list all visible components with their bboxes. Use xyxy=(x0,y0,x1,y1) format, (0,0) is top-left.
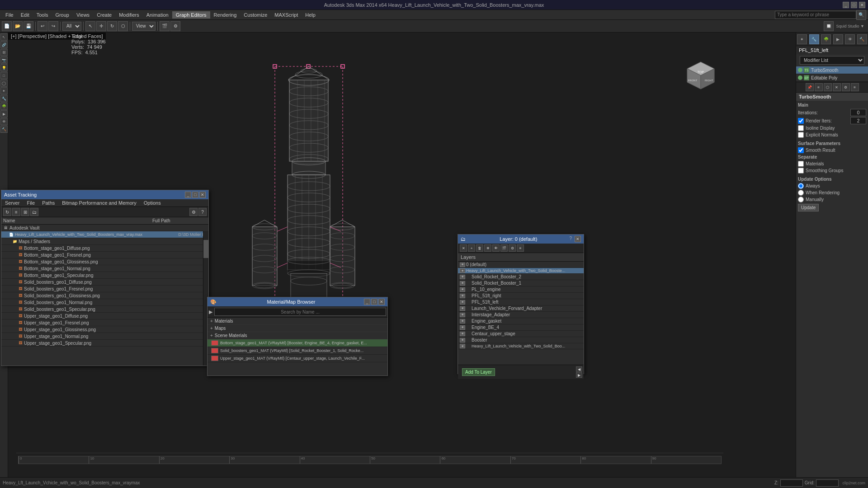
lt-light[interactable]: 💡 xyxy=(0,64,8,71)
eye-icon[interactable]: 👁 xyxy=(460,319,465,324)
modify-icon[interactable]: 🔧 xyxy=(809,34,819,44)
modifier-editpoly[interactable]: EP Editable Poly xyxy=(796,74,868,82)
asset-minimize-btn[interactable]: _ xyxy=(185,192,191,198)
list-item[interactable]: 👁 0 (default) xyxy=(458,262,584,268)
options-btn[interactable]: ≡ xyxy=(851,83,859,91)
eye-icon[interactable]: 👁 xyxy=(460,263,465,267)
make-unique-btn[interactable]: ⬡ xyxy=(824,83,832,91)
modifier-dropdown[interactable]: Modifier List xyxy=(800,56,864,65)
menu-modifiers[interactable]: Modifiers xyxy=(115,11,143,19)
ts-always-radio[interactable] xyxy=(798,183,804,189)
list-item[interactable]: 🖼 Solid_boosters_geo1_Fresnel.png xyxy=(1,286,208,292)
ts-render-iters-check[interactable] xyxy=(798,118,804,124)
layer-del-btn[interactable]: 🗑 xyxy=(476,244,483,252)
list-item[interactable]: 🖼 Solid_boosters_geo1_Glossiness.png xyxy=(1,292,208,299)
lt-select[interactable]: ↖ xyxy=(0,33,8,41)
search-input[interactable] xyxy=(775,11,856,19)
list-item[interactable]: 👁 Interstage_Adapter xyxy=(458,312,584,318)
menu-file[interactable]: File xyxy=(2,11,17,19)
at-detail-btn[interactable]: 🗂 xyxy=(30,208,38,216)
layer-add-btn[interactable]: + xyxy=(468,244,475,252)
eye-icon[interactable]: 👁 xyxy=(460,287,465,292)
at-menu-paths[interactable]: Paths xyxy=(38,199,58,206)
save-btn[interactable]: 💾 xyxy=(24,21,33,31)
menu-maxscript[interactable]: MAXScript xyxy=(271,11,302,19)
lt-display[interactable]: 👁 xyxy=(0,118,8,125)
materials-section[interactable]: + Materials xyxy=(208,318,387,325)
layer-hide-btn[interactable]: 👁 xyxy=(492,244,500,252)
menu-animation[interactable]: Animation xyxy=(143,11,172,19)
ts-isoline-check[interactable] xyxy=(798,125,804,131)
create-icon[interactable]: ✦ xyxy=(797,34,807,44)
lt-link[interactable]: 🔗 xyxy=(0,41,8,48)
list-item[interactable]: 👁 PFL_51ft_left xyxy=(458,299,584,305)
scroll-left-btn[interactable]: ◀ xyxy=(576,366,582,372)
redo-btn[interactable]: ↪ xyxy=(48,21,58,31)
list-item[interactable]: 📄 Heavy_Lift_Launch_Vehicle_with_Two_Sol… xyxy=(1,231,208,238)
configure-btn[interactable]: ⚙ xyxy=(842,83,850,91)
ts-explicit-check[interactable] xyxy=(798,132,804,138)
layer-freeze-btn[interactable]: ❄ xyxy=(484,244,491,252)
at-help-btn[interactable]: ? xyxy=(198,208,207,216)
eye-icon[interactable]: 👁 xyxy=(460,306,465,311)
scene-materials-section[interactable]: + Scene Materials xyxy=(208,332,387,339)
asset-close-btn[interactable]: ✕ xyxy=(199,192,206,198)
layer-close-btn[interactable]: ✕ xyxy=(575,236,581,242)
list-item[interactable]: 👁 Centaur_upper_stage xyxy=(458,331,584,337)
lt-util[interactable]: 🔨 xyxy=(0,126,8,133)
list-item[interactable]: 🖼 Bottom_stage_geo1_Diffuse.png xyxy=(1,245,208,252)
pin-btn[interactable]: 📌 xyxy=(806,83,814,91)
undo-btn[interactable]: ↩ xyxy=(38,21,47,31)
list-item[interactable]: 🖼 Solid_boosters_geo1_Specular.png xyxy=(1,306,208,313)
list-item[interactable]: 🖼 Upper_stage_geo1_Normal.png xyxy=(1,333,208,340)
modifier-turbosm[interactable]: TS TurboSmooth xyxy=(796,66,868,74)
asset-content[interactable]: 🏛 Autodesk Vault 📄 Heavy_Lift_Launch_Veh… xyxy=(1,225,208,350)
render-settings-btn[interactable]: ⚙ xyxy=(170,21,180,31)
list-item[interactable]: 👁 Engine_BE_4 xyxy=(458,324,584,331)
layer-render-btn[interactable]: 🎬 xyxy=(500,244,508,252)
ts-manually-radio[interactable] xyxy=(798,197,804,202)
selection-dropdown[interactable]: All xyxy=(62,22,81,31)
lt-motion[interactable]: ▶ xyxy=(0,110,8,117)
render-btn[interactable]: 🎬 xyxy=(160,21,170,31)
menu-help[interactable]: Help xyxy=(302,11,319,19)
list-item[interactable]: 🖼 Upper_stage_geo1_Diffuse.png xyxy=(1,313,208,319)
at-refresh-btn[interactable]: ↻ xyxy=(3,208,11,216)
mat-maximize-btn[interactable]: □ xyxy=(371,299,377,305)
list-item[interactable]: 🖼 Bottom_stage_geo1_Normal.png xyxy=(1,265,208,272)
lt-unlink[interactable]: ⛓ xyxy=(0,49,8,56)
ts-render-iters-input[interactable] xyxy=(850,117,866,124)
eye-icon[interactable]: 👁 xyxy=(460,344,465,348)
menu-create[interactable]: Create xyxy=(93,11,115,19)
list-item[interactable]: 🖼 Upper_stage_geo1_Glossiness.png xyxy=(1,326,208,333)
minimize-button[interactable]: _ xyxy=(843,2,849,8)
eye-icon[interactable]: 👁 xyxy=(460,338,465,343)
at-menu-server[interactable]: Server xyxy=(1,199,23,206)
menu-rendering[interactable]: Rendering xyxy=(210,11,241,19)
scroll-right-btn[interactable]: ▶ xyxy=(576,372,582,378)
layer-more-btn[interactable]: ≡ xyxy=(517,244,524,252)
at-menu-options[interactable]: Options xyxy=(140,199,165,206)
list-item[interactable]: 👁 Engine_gasket xyxy=(458,318,584,324)
ts-when-rendering-radio[interactable] xyxy=(798,190,804,196)
at-menu-file[interactable]: File xyxy=(23,199,38,206)
list-item[interactable]: 👁 Launch_Vechicle_Forvard_Adapter xyxy=(458,305,584,312)
at-settings-btn[interactable]: ⚙ xyxy=(189,208,198,216)
eye-icon[interactable]: 👁 xyxy=(460,275,465,279)
list-item[interactable]: 🖼 Solid_boosters_geo1_Diffuse.png xyxy=(1,279,208,286)
list-item[interactable]: 🖼 Upper_stage_geo1_Fresnel.png xyxy=(1,319,208,326)
menu-tools[interactable]: Tools xyxy=(33,11,52,19)
close-button[interactable]: ✕ xyxy=(859,2,865,8)
lt-hier[interactable]: 🌳 xyxy=(0,103,8,110)
layer-close-toolbar-btn[interactable]: ✕ xyxy=(460,244,467,252)
mat-close-btn[interactable]: ✕ xyxy=(378,299,385,305)
menu-group[interactable]: Group xyxy=(52,11,73,19)
list-item[interactable]: 🖼 Bottom_stage_geo1_Specular.png xyxy=(1,272,208,279)
timeline[interactable]: 0 10 20 30 40 50 60 70 80 90 xyxy=(16,453,723,466)
eye-icon[interactable]: 👁 xyxy=(460,281,465,286)
eye-icon[interactable]: 👁 xyxy=(460,294,465,298)
list-item[interactable]: 👁 Heavy_Lift_Launch_Vehicle_with_Two_Sol… xyxy=(458,268,584,274)
view-dropdown[interactable]: View xyxy=(132,22,156,31)
lt-shape[interactable]: ◯ xyxy=(0,80,8,87)
maps-section[interactable]: + Maps xyxy=(208,325,387,332)
